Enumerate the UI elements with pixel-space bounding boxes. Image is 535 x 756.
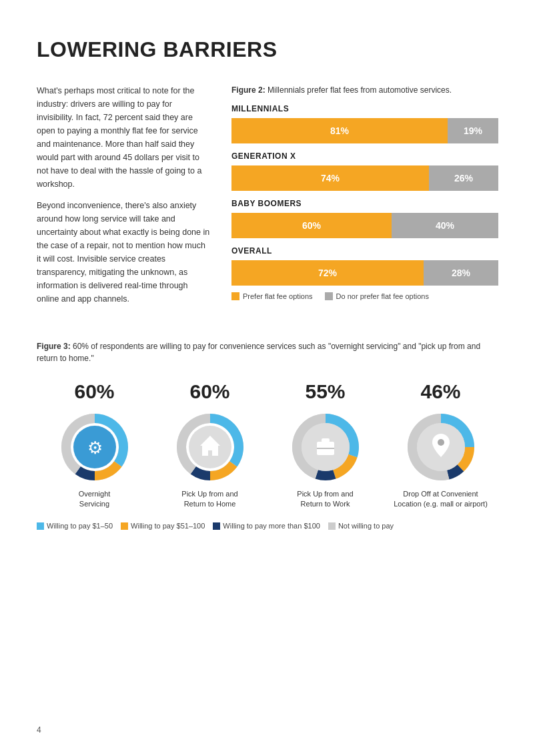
left-column: What's perhaps most critical to note for…	[37, 84, 210, 314]
figure3-legend-label-2: Willing to pay more than $100	[223, 520, 320, 532]
bar-group-label-2: BABY BOOMERS	[231, 198, 498, 210]
bar-chart-section: MILLENNIALS81%19%GENERATION X74%26%BABY …	[231, 103, 498, 286]
figure3-legend-color-2	[213, 522, 220, 530]
figure3-legend-item-2: Willing to pay more than $100	[213, 520, 320, 532]
donut-percent-1: 60%	[189, 376, 229, 406]
bar-gray-2: 40%	[392, 213, 498, 238]
legend-color-gray	[325, 292, 333, 300]
figure2-caption-text: Millennials prefer flat fees from automo…	[265, 85, 452, 95]
donut-item-2: 55% Pick Up from and Return to Work	[272, 376, 379, 510]
figure3-legend-item-0: Willing to pay $1–50	[37, 520, 113, 532]
donut-percent-2: 55%	[305, 376, 345, 406]
donut-label-3: Drop Off at Convenient Location (e.g. ma…	[394, 489, 488, 510]
donut-label-0: Overnight Servicing	[79, 489, 111, 510]
svg-point-16	[438, 439, 444, 446]
figure3-legend-label-3: Not willing to pay	[338, 520, 394, 532]
legend-color-orange	[231, 292, 239, 300]
bar-group-label-1: GENERATION X	[231, 150, 498, 162]
donut-item-1: 60% Pick Up from and Return to Home	[157, 376, 263, 510]
donut-item-0: 60% ⚙ Overnight Servicing	[41, 376, 148, 510]
legend-label-orange: Prefer flat fee options	[243, 291, 313, 302]
bar-row-2: 60%40%	[231, 213, 498, 238]
bar-gray-0: 19%	[448, 118, 498, 143]
figure3-legend-label-1: Willing to pay $51–100	[131, 520, 205, 532]
figure3-legend: Willing to pay $1–50Willing to pay $51–1…	[37, 520, 498, 532]
figure3-legend-label-0: Willing to pay $1–50	[47, 520, 113, 532]
figure3-legend-color-0	[37, 522, 44, 530]
figure3-caption-bold: Figure 3:	[37, 342, 71, 351]
bar-row-3: 72%28%	[231, 260, 498, 286]
page-number: 4	[37, 724, 41, 736]
figure3-section: Figure 3: 60% of respondents are willing…	[37, 340, 498, 531]
figure3-legend-item-1: Willing to pay $51–100	[121, 520, 205, 532]
figure2-legend: Prefer flat fee options Do nor prefer fl…	[231, 291, 498, 302]
figure3-caption-text: 60% of respondents are willing to pay fo…	[37, 342, 480, 363]
donut-item-3: 46% Drop Off at Convenient Location (e.g…	[388, 376, 494, 510]
page-title: LOWERING BARRIERS	[37, 33, 498, 65]
bar-orange-1: 74%	[231, 165, 429, 191]
svg-rect-12	[322, 438, 330, 442]
donut-label-1: Pick Up from and Return to Home	[181, 489, 237, 510]
figure2-caption-bold: Figure 2:	[231, 85, 265, 95]
legend-item-gray: Do nor prefer flat fee options	[325, 291, 429, 302]
bar-group-label-3: OVERALL	[231, 245, 498, 257]
bar-orange-2: 60%	[231, 213, 392, 238]
bar-group-label-0: MILLENNIALS	[231, 103, 498, 115]
legend-item-orange: Prefer flat fee options	[231, 291, 313, 302]
bar-orange-0: 81%	[231, 118, 448, 143]
figure3-caption: Figure 3: 60% of respondents are willing…	[37, 340, 498, 364]
paragraph-1: What's perhaps most critical to note for…	[37, 84, 210, 191]
donut-svg-wrapper-1	[173, 410, 247, 484]
donut-svg-wrapper-3	[404, 410, 478, 484]
bar-row-1: 74%26%	[231, 165, 498, 191]
paragraph-2: Beyond inconvenience, there's also anxie…	[37, 199, 210, 306]
figure3-legend-color-1	[121, 522, 128, 530]
bar-gray-3: 28%	[424, 260, 498, 286]
donut-svg-wrapper-0: ⚙	[58, 410, 131, 484]
donut-row: 60% ⚙ Overnight Servicing60% Pick Up fro…	[37, 376, 498, 510]
donut-percent-0: 60%	[74, 376, 114, 406]
donut-percent-3: 46%	[420, 376, 460, 406]
bar-orange-3: 72%	[231, 260, 424, 286]
figure3-legend-item-3: Not willing to pay	[328, 520, 394, 532]
right-column: Figure 2: Millennials prefer flat fees f…	[231, 84, 498, 314]
donut-svg-wrapper-2	[289, 410, 362, 484]
svg-text:⚙: ⚙	[87, 438, 102, 458]
figure2-caption: Figure 2: Millennials prefer flat fees f…	[231, 84, 498, 96]
figure3-legend-color-3	[328, 522, 336, 530]
bar-row-0: 81%19%	[231, 118, 498, 143]
donut-label-2: Pick Up from and Return to Work	[297, 489, 353, 510]
legend-label-gray: Do nor prefer flat fee options	[336, 291, 429, 302]
bar-gray-1: 26%	[429, 165, 498, 191]
